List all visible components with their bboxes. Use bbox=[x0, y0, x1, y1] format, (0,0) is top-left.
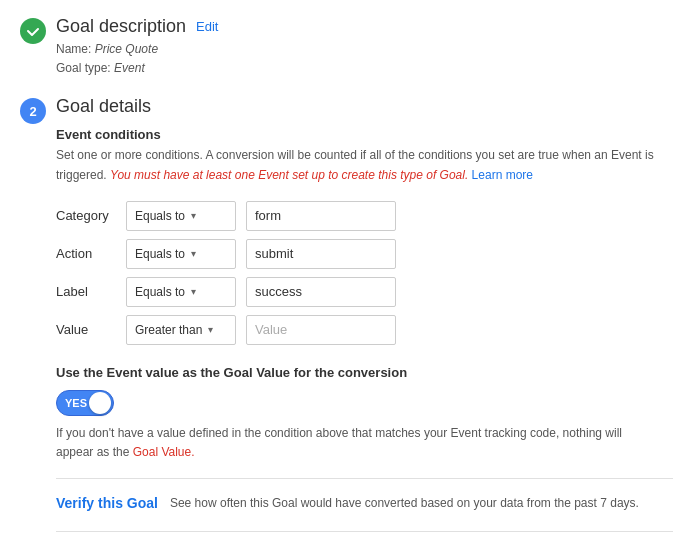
name-value: Price Quote bbox=[95, 42, 158, 56]
condition-row-label: Label Equals to ▾ bbox=[56, 277, 673, 307]
goal-details-title: Goal details bbox=[56, 96, 673, 117]
chevron-down-icon: ▾ bbox=[208, 324, 213, 335]
goal-value-toggle[interactable]: YES bbox=[56, 390, 114, 416]
divider bbox=[56, 478, 673, 479]
type-value: Event bbox=[114, 61, 145, 75]
verify-row: Verify this Goal See how often this Goal… bbox=[56, 495, 673, 511]
conditions-table: Category Equals to ▾ Action Equals to ▾ … bbox=[56, 201, 673, 345]
verify-desc: See how often this Goal would have conve… bbox=[170, 496, 639, 510]
event-conditions-desc: Set one or more conditions. A conversion… bbox=[56, 146, 673, 184]
toggle-knob bbox=[89, 392, 111, 414]
condition-value-category[interactable] bbox=[246, 201, 396, 231]
condition-operator-category[interactable]: Equals to ▾ bbox=[126, 201, 236, 231]
goal-description-title: Goal description bbox=[56, 16, 186, 37]
toggle-row: YES bbox=[56, 390, 673, 416]
chevron-down-icon: ▾ bbox=[191, 248, 196, 259]
chevron-down-icon: ▾ bbox=[191, 210, 196, 221]
condition-row-action: Action Equals to ▾ bbox=[56, 239, 673, 269]
goal-value-desc: If you don't have a value defined in the… bbox=[56, 424, 656, 462]
condition-value-label[interactable] bbox=[246, 277, 396, 307]
condition-row-value: Value Greater than ▾ bbox=[56, 315, 673, 345]
type-label: Goal type: bbox=[56, 61, 111, 75]
condition-operator-value[interactable]: Greater than ▾ bbox=[126, 315, 236, 345]
name-label: Name: bbox=[56, 42, 91, 56]
learn-more-link[interactable]: Learn more bbox=[472, 168, 533, 182]
event-conditions-desc2: You must have at least one Event set up … bbox=[110, 168, 468, 182]
condition-label-value: Value bbox=[56, 322, 126, 337]
edit-link[interactable]: Edit bbox=[196, 19, 218, 34]
condition-value-action[interactable] bbox=[246, 239, 396, 269]
condition-row-category: Category Equals to ▾ bbox=[56, 201, 673, 231]
event-conditions-title: Event conditions bbox=[56, 127, 673, 142]
chevron-down-icon: ▾ bbox=[191, 286, 196, 297]
divider-bottom bbox=[56, 531, 673, 532]
toggle-yes-label: YES bbox=[57, 397, 87, 409]
step-indicator: 2 bbox=[20, 96, 46, 124]
completed-icon bbox=[20, 18, 46, 44]
condition-label-category: Category bbox=[56, 208, 126, 223]
condition-label-label: Label bbox=[56, 284, 126, 299]
condition-value-value[interactable] bbox=[246, 315, 396, 345]
goal-value-label: Use the Event value as the Goal Value fo… bbox=[56, 365, 673, 380]
condition-operator-action[interactable]: Equals to ▾ bbox=[126, 239, 236, 269]
condition-label-action: Action bbox=[56, 246, 126, 261]
goal-description-meta: Name: Price Quote Goal type: Event bbox=[56, 40, 218, 78]
goal-value-section: Use the Event value as the Goal Value fo… bbox=[56, 365, 673, 462]
goal-details-section: 2 Goal details Event conditions Set one … bbox=[20, 96, 673, 548]
verify-goal-link[interactable]: Verify this Goal bbox=[56, 495, 158, 511]
step-circle: 2 bbox=[20, 98, 46, 124]
goal-description-content: Goal description Edit Name: Price Quote … bbox=[56, 16, 218, 78]
goal-value-link: Goal Value. bbox=[133, 445, 195, 459]
goal-details-content: Goal details Event conditions Set one or… bbox=[56, 96, 673, 548]
goal-description-section: Goal description Edit Name: Price Quote … bbox=[20, 16, 673, 78]
condition-operator-label[interactable]: Equals to ▾ bbox=[126, 277, 236, 307]
